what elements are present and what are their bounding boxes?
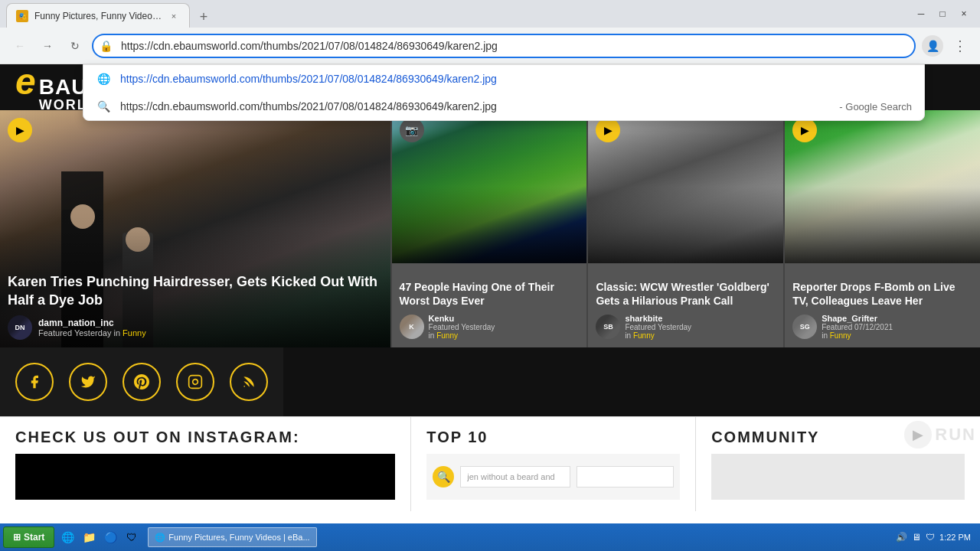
- autocomplete-url-text: https://cdn.ebaumsworld.com/thumbs/2021/…: [120, 73, 912, 85]
- cards-grid: ▶ Karen Tries Punching Hairdresser, Gets…: [0, 110, 980, 347]
- system-clock: 1:22 PM: [939, 533, 971, 542]
- profile-button[interactable]: 👤: [922, 35, 943, 57]
- card-1[interactable]: ▶ Karen Tries Punching Hairdresser, Gets…: [0, 110, 390, 347]
- maximize-button[interactable]: □: [933, 5, 952, 22]
- card-4-meta: SG Shape_Grifter Featured 07/12/2021in F…: [792, 314, 972, 340]
- taskbar-item-label: Funny Pictures, Funny Videos | eBa...: [168, 533, 309, 542]
- avast-icon[interactable]: 🛡: [122, 527, 142, 547]
- page-content: e BAUM'S WORLD: [0, 64, 980, 551]
- rss-icon[interactable]: [230, 363, 268, 401]
- start-label: Start: [24, 532, 44, 543]
- card-4[interactable]: ▶ Reporter Drops F-Bomb on Live TV, Coll…: [785, 110, 980, 347]
- community-preview: [711, 454, 965, 500]
- taskbar-browser-item[interactable]: 🌐 Funny Pictures, Funny Videos | eBa...: [148, 527, 316, 547]
- instagram-section: CHECK US OUT ON INSTAGRAM:: [0, 417, 411, 511]
- instagram-heading: CHECK US OUT ON INSTAGRAM:: [15, 429, 395, 446]
- taskbar: ⊞ Start 🌐 📁 🔵 🛡 🌐 Funny Pictures, Funny …: [0, 523, 980, 551]
- tab-favicon: 🎭: [16, 10, 28, 22]
- card-3-meta: SB sharkbite Featured Yesterdayin Funny: [596, 314, 776, 340]
- card-1-author: damn_nation_inc: [38, 318, 146, 328]
- card-2-photo-badge: 📷: [400, 118, 424, 142]
- card-2-avatar: K: [400, 315, 424, 339]
- card-4-content: Reporter Drops F-Bomb on Live TV, Collea…: [785, 272, 980, 347]
- card-4-title: Reporter Drops F-Bomb on Live TV, Collea…: [792, 280, 972, 308]
- card-2-content: 47 People Having One of Their Worst Days…: [392, 272, 587, 347]
- minimize-button[interactable]: ─: [911, 5, 931, 22]
- search-icon: 🔍: [96, 99, 111, 114]
- start-icon: ⊞: [13, 532, 21, 543]
- title-bar: 🎭 Funny Pictures, Funny Videos | eBa... …: [0, 0, 980, 28]
- top10-heading: TOP 10: [426, 429, 680, 446]
- run-logo: ▶ RUN: [904, 421, 976, 448]
- new-tab-button[interactable]: +: [193, 6, 214, 28]
- taskbar-tray: 🔊 🖥 🛡 1:22 PM: [890, 532, 977, 543]
- refresh-button[interactable]: ↻: [64, 35, 86, 57]
- card-4-date: Featured 07/12/2021in Funny: [822, 323, 893, 340]
- browser-menu-button[interactable]: ⋮: [949, 35, 971, 57]
- autocomplete-url-item[interactable]: 🌐 https://cdn.ebaumsworld.com/thumbs/202…: [83, 65, 924, 93]
- search-small-icon: 🔍: [433, 466, 454, 487]
- forward-button[interactable]: →: [37, 35, 58, 57]
- security-icon: 🔒: [100, 40, 113, 52]
- card-1-meta: DN damn_nation_inc Featured Yesterday in…: [8, 315, 383, 340]
- tab-title: Funny Pictures, Funny Videos | eBa...: [34, 11, 162, 21]
- card-4-author: Shape_Grifter: [822, 314, 893, 323]
- url-input[interactable]: https://cdn.ebaumsworld.com/thumbs/2021/…: [92, 34, 916, 58]
- svg-point-2: [243, 386, 245, 387]
- autocomplete-search-suffix: - Google Search: [839, 101, 912, 112]
- card-4-avatar: SG: [792, 315, 817, 339]
- card-4-image: ▶: [785, 110, 980, 263]
- card-2-meta: K Kenku Featured Yesterdayin Funny: [400, 314, 580, 340]
- top10-section: TOP 10 🔍 jen without a beard and: [411, 417, 696, 511]
- card-3-image: ▶: [588, 110, 783, 263]
- card-4-play-badge: ▶: [792, 118, 817, 142]
- chrome-icon[interactable]: 🔵: [100, 527, 120, 547]
- folder-icon[interactable]: 📁: [79, 527, 99, 547]
- card-1-play-badge: ▶: [8, 118, 32, 142]
- card-1-content: Karen Tries Punching Hairdresser, Gets K…: [0, 266, 390, 347]
- globe-icon: 🌐: [96, 71, 111, 86]
- card-3-date: Featured Yesterdayin Funny: [625, 323, 691, 340]
- pinterest-icon[interactable]: [122, 363, 161, 401]
- tab-close-button[interactable]: ×: [168, 10, 180, 22]
- card-2-image: 📷: [392, 110, 587, 263]
- card-3-title: Classic: WCW Wrestler 'Goldberg' Gets a …: [596, 280, 776, 308]
- autocomplete-dropdown: 🌐 https://cdn.ebaumsworld.com/thumbs/202…: [83, 64, 925, 121]
- top10-input2: [577, 466, 674, 487]
- card-1-date: Featured Yesterday in Funny: [38, 328, 146, 337]
- active-tab[interactable]: 🎭 Funny Pictures, Funny Videos | eBa... …: [6, 3, 190, 28]
- card-2[interactable]: 📷 47 People Having One of Their Worst Da…: [392, 110, 587, 347]
- card-2-date: Featured Yesterdayin Funny: [429, 323, 495, 340]
- back-button[interactable]: ←: [9, 35, 31, 57]
- instagram-preview: [15, 454, 395, 500]
- social-icons-container: [0, 347, 283, 416]
- close-window-button[interactable]: ×: [954, 5, 974, 22]
- twitter-icon[interactable]: [69, 363, 107, 401]
- network-icon[interactable]: 🖥: [912, 532, 921, 543]
- ie-icon[interactable]: 🌐: [57, 527, 77, 547]
- bottom-sections: CHECK US OUT ON INSTAGRAM: TOP 10 🔍 jen …: [0, 416, 980, 511]
- taskbar-items: 🌐 Funny Pictures, Funny Videos | eBa...: [148, 527, 890, 547]
- card-1-title: Karen Tries Punching Hairdresser, Gets K…: [8, 273, 383, 309]
- top10-search[interactable]: jen without a beard and: [460, 466, 570, 487]
- autocomplete-search-item[interactable]: 🔍 https://cdn.ebaumsworld.com/thumbs/202…: [83, 93, 924, 120]
- volume-icon[interactable]: 🔊: [896, 532, 907, 543]
- facebook-icon[interactable]: [15, 363, 54, 401]
- card-2-title: 47 People Having One of Their Worst Days…: [400, 280, 580, 308]
- window-controls: ─ □ ×: [911, 5, 974, 22]
- taskbar-item-icon: 🌐: [155, 533, 165, 543]
- card-3-author: sharkbite: [625, 314, 691, 323]
- card-3-avatar: SB: [596, 315, 620, 339]
- top10-preview: 🔍 jen without a beard and: [426, 454, 680, 500]
- card-2-author: Kenku: [429, 314, 495, 323]
- autocomplete-search-text: https://cdn.ebaumsworld.com/thumbs/2021/…: [120, 100, 830, 112]
- instagram-icon[interactable]: [176, 363, 214, 401]
- start-button[interactable]: ⊞ Start: [3, 527, 54, 548]
- social-bar: [0, 347, 980, 416]
- quick-launch: 🌐 📁 🔵 🛡: [57, 527, 142, 547]
- logo-e: e: [15, 64, 36, 100]
- url-bar-container: 🔒 https://cdn.ebaumsworld.com/thumbs/202…: [92, 34, 916, 58]
- card-3-content: Classic: WCW Wrestler 'Goldberg' Gets a …: [588, 272, 783, 347]
- card-3[interactable]: ▶ Classic: WCW Wrestler 'Goldberg' Gets …: [588, 110, 783, 347]
- address-bar: ← → ↻ 🔒 https://cdn.ebaumsworld.com/thum…: [0, 28, 980, 64]
